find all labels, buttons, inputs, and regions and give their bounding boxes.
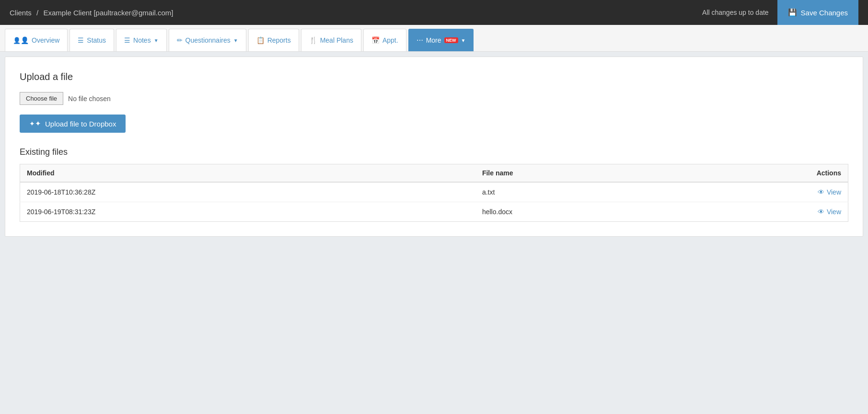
tab-reports[interactable]: 📋 Reports (248, 29, 299, 51)
upload-dropbox-label: Upload file to Dropbox (45, 120, 116, 128)
table-row: 2019-06-18T10:36:28Za.txt👁View (20, 182, 848, 202)
tab-status-label: Status (87, 36, 106, 44)
col-header-filename: File name (475, 164, 707, 183)
tab-meal-plans[interactable]: 🍴 Meal Plans (301, 29, 361, 51)
main-content: Upload a file Choose file No file chosen… (5, 57, 863, 237)
tab-more[interactable]: ⋯ More NEW ▼ (408, 29, 474, 51)
table-row: 2019-06-19T08:31:23Zhello.docx👁View (20, 202, 848, 222)
cell-modified: 2019-06-18T10:36:28Z (20, 182, 475, 202)
upload-dropbox-button[interactable]: ✦ Upload file to Dropbox (20, 115, 126, 133)
view-link[interactable]: 👁View (818, 208, 841, 216)
save-changes-button[interactable]: Save Changes (777, 0, 858, 25)
tab-meal-plans-label: Meal Plans (320, 36, 353, 44)
meal-icon: 🍴 (309, 36, 317, 44)
choose-file-label: Choose file (26, 95, 57, 102)
breadcrumb-sep: / (36, 9, 38, 17)
tab-appt-label: Appt. (382, 36, 398, 44)
notes-icon: ☰ (124, 36, 130, 44)
reports-icon: 📋 (256, 36, 265, 44)
existing-files-table: Modified File name Actions 2019-06-18T10… (20, 164, 848, 222)
existing-files-title: Existing files (20, 147, 848, 157)
upload-section-title: Upload a file (20, 71, 848, 82)
cell-actions: 👁View (707, 202, 848, 222)
view-link[interactable]: 👁View (818, 188, 841, 196)
cell-filename: a.txt (475, 182, 707, 202)
notes-dropdown-chevron: ▼ (154, 38, 159, 43)
status-icon: ☰ (78, 36, 84, 44)
cell-actions: 👁View (707, 182, 848, 202)
tab-questionnaires-label: Questionnaires (185, 36, 231, 44)
cell-modified: 2019-06-19T08:31:23Z (20, 202, 475, 222)
floppy-icon (788, 8, 797, 17)
breadcrumb-client[interactable]: Example Client [paultracker@gmail.com] (43, 9, 173, 17)
tab-overview-label: Overview (32, 36, 59, 44)
questionnaire-icon: ✏ (177, 36, 183, 44)
breadcrumb: Clients / Example Client [paultracker@gm… (10, 9, 174, 17)
tab-overview[interactable]: 👤 Overview (5, 29, 68, 51)
col-header-actions: Actions (707, 164, 848, 183)
eye-icon: 👁 (818, 208, 824, 216)
view-label: View (827, 188, 841, 196)
no-file-text: No file chosen (68, 95, 111, 103)
col-header-modified: Modified (20, 164, 475, 183)
tab-questionnaires[interactable]: ✏ Questionnaires ▼ (169, 29, 246, 51)
user-icon: 👤 (13, 36, 29, 44)
more-icon: ⋯ (417, 36, 423, 44)
file-upload-row: Choose file No file chosen (20, 92, 848, 105)
topbar: Clients / Example Client [paultracker@gm… (0, 0, 868, 25)
topbar-right: All changes up to date Save Changes (702, 0, 858, 25)
questionnaires-dropdown-chevron: ▼ (233, 38, 238, 43)
more-dropdown-chevron: ▼ (461, 38, 466, 43)
view-label: View (827, 208, 841, 216)
tabs-bar: 👤 Overview ☰ Status ☰ Notes ▼ ✏ Question… (0, 25, 868, 52)
table-header-row: Modified File name Actions (20, 164, 848, 183)
all-changes-status: All changes up to date (702, 9, 769, 16)
tab-status[interactable]: ☰ Status (69, 29, 114, 51)
tab-appt[interactable]: 📅 Appt. (363, 29, 406, 51)
more-new-badge: NEW (444, 37, 458, 43)
choose-file-button[interactable]: Choose file (20, 92, 63, 105)
cell-filename: hello.docx (475, 202, 707, 222)
tab-notes[interactable]: ☰ Notes ▼ (116, 29, 166, 51)
save-changes-label: Save Changes (801, 9, 848, 17)
breadcrumb-clients[interactable]: Clients (10, 9, 32, 17)
eye-icon: 👁 (818, 188, 824, 196)
tab-notes-label: Notes (133, 36, 151, 44)
appt-icon: 📅 (371, 36, 380, 44)
tab-reports-label: Reports (267, 36, 291, 44)
tab-more-label: More (426, 36, 441, 44)
dropbox-icon: ✦ (29, 119, 41, 128)
